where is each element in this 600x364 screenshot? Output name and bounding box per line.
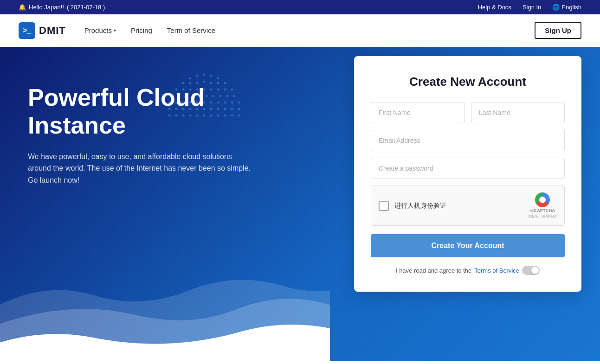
captcha-box[interactable]: 进行人机身份验证 reCAPTCHA 隐私权 · 使用条款: [371, 185, 565, 226]
navbar: >_ DMIT Products ▾ Pricing Term of Servi…: [0, 14, 600, 47]
registration-form: Create New Account 进行人机身份验证 reCAPTCHA 隐私…: [354, 56, 581, 292]
recaptcha-label: reCAPTCHA: [529, 208, 555, 213]
tos-prefix: I have read and agree to the: [396, 267, 471, 274]
recaptcha-logo: [535, 192, 550, 207]
hero-subtitle: We have powerful, easy to use, and affor…: [28, 151, 251, 186]
chevron-down-icon: ▾: [114, 28, 116, 33]
nav-links: Products ▾ Pricing Term of Service: [84, 26, 215, 34]
nav-tos-label: Term of Service: [167, 26, 215, 34]
notification-left: 🔔 Hello Japan!! ( 2021-07-18 ): [19, 4, 105, 11]
hero-content: Powerful Cloud Instance We have powerful…: [0, 47, 316, 204]
tos-toggle[interactable]: [522, 266, 540, 275]
recaptcha-sub: 隐私权 · 使用条款: [528, 214, 557, 219]
nav-tos[interactable]: Term of Service: [167, 26, 215, 34]
password-group: [371, 158, 565, 179]
hero-section: Powerful Cloud Instance We have powerful…: [0, 47, 600, 361]
logo-text: DMIT: [39, 25, 66, 37]
notification-text: Hello Japan!!: [29, 4, 64, 11]
captcha-left: 进行人机身份验证: [379, 201, 446, 211]
nav-pricing[interactable]: Pricing: [131, 26, 152, 34]
toggle-knob: [531, 267, 539, 274]
lang-icon: 🌐: [552, 4, 560, 11]
signup-button[interactable]: Sign Up: [535, 22, 581, 39]
nav-products-label: Products: [84, 26, 112, 34]
hero-title-line2: Instance: [28, 112, 126, 139]
bell-icon: 🔔: [19, 4, 26, 11]
captcha-text: 进行人机身份验证: [394, 202, 446, 210]
first-name-input[interactable]: [371, 102, 465, 123]
captcha-checkbox[interactable]: [379, 201, 389, 211]
name-row: [371, 102, 565, 123]
signin-link[interactable]: Sign In: [523, 4, 541, 11]
email-group: [371, 130, 565, 151]
help-link[interactable]: Help & Docs: [478, 4, 511, 11]
password-input[interactable]: [371, 158, 565, 179]
logo-link[interactable]: >_ DMIT: [19, 22, 66, 39]
notification-bar: 🔔 Hello Japan!! ( 2021-07-18 ) Help & Do…: [0, 0, 600, 14]
language-selector[interactable]: 🌐 English: [552, 4, 581, 11]
nav-products[interactable]: Products ▾: [84, 26, 116, 34]
tos-row: I have read and agree to the Terms of Se…: [371, 266, 565, 275]
notification-date: ( 2021-07-18 ): [67, 4, 105, 11]
lang-label: English: [561, 4, 581, 11]
topbar-right: Help & Docs Sign In 🌐 English: [478, 4, 581, 11]
tos-link[interactable]: Terms of Service: [474, 267, 519, 274]
logo-icon: >_: [19, 22, 35, 39]
last-name-input[interactable]: [471, 102, 565, 123]
captcha-right: reCAPTCHA 隐私权 · 使用条款: [528, 192, 557, 219]
email-input[interactable]: [371, 130, 565, 151]
logo-icon-text: >_: [23, 26, 31, 35]
form-title: Create New Account: [371, 75, 565, 89]
nav-pricing-label: Pricing: [131, 26, 152, 34]
bottom-wave: [0, 267, 330, 361]
navbar-left: >_ DMIT Products ▾ Pricing Term of Servi…: [19, 22, 215, 39]
create-account-button[interactable]: Create Your Account: [371, 234, 565, 257]
recaptcha-logo-inner: [539, 197, 546, 203]
hero-title: Powerful Cloud Instance: [28, 84, 297, 140]
hero-title-line1: Powerful Cloud: [28, 84, 205, 111]
